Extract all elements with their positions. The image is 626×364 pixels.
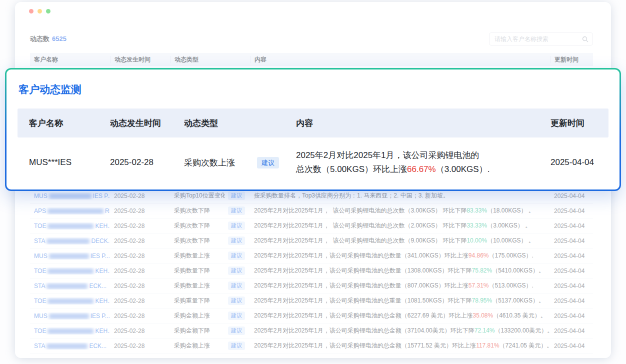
card-content-line2: 总次数（5.00KGS）环比上涨66.67%（3.00KGS）. [296, 162, 544, 176]
customer-name-link[interactable]: STAECK... [34, 282, 106, 290]
event-content: 2025年2月对比2025年1月， 该公司采购锂电池的总次数（9.00KGS） … [250, 236, 550, 245]
content-percent: 83.33% [466, 207, 487, 214]
card-event-type: 采购次数上涨 [184, 157, 235, 168]
maximize-window-icon[interactable] [46, 9, 50, 14]
customer-name-link[interactable]: TOEKEH... [34, 268, 110, 274]
customer-name-link[interactable]: TOEKEH... [34, 298, 110, 304]
table-row[interactable]: STADECK... 2025-02-28 采购次数下降 建议 2025年2月对… [30, 234, 593, 248]
dynamic-count-label: 动态数 [30, 35, 50, 42]
content-percent: 78.95% [472, 297, 492, 304]
content-text: 2025年2月对比2025年1月， 该公司采购锂电池的总次数（9.00KGS） … [254, 237, 466, 244]
customer-name-prefix: MUS [34, 252, 48, 260]
table-row[interactable]: STAECK... 2025-02-28 采购数量上涨 建议 2025年2月对比… [30, 278, 593, 294]
table-row[interactable]: TOEKEH... 2025-02-28 采购次数下降 建议 2025年2月对比… [30, 218, 593, 234]
content-text-after: （18.00KGS） 。 [487, 207, 534, 214]
content-text: 2025年2月对比2025年1月，该公司采购锂电池的总重量（1081.50KGS… [254, 297, 472, 304]
minimize-window-icon[interactable] [38, 9, 42, 14]
content-percent: 57.31% [468, 282, 489, 289]
content-text: 按采购数量排名，Top3供应商分别为：1. 马来西亚；2. 中国；3. 新加坡。 [254, 192, 449, 199]
suggestion-badge: 建议 [228, 236, 245, 245]
table-row[interactable]: APSRIVAT... 2025-02-28 采购次数下降 建议 2025年2月… [30, 204, 593, 218]
customer-name-suffix: IES P... [90, 252, 110, 260]
suggestion-badge: 建议 [228, 296, 245, 305]
event-content: 2025年2月对比2025年1月，该公司采购锂电池的总金额（37104.00美元… [250, 326, 550, 335]
card-content-before: 总次数（5.00KGS）环比上涨 [296, 164, 407, 174]
suggestion-badge: 建议 [228, 252, 245, 260]
redacted-name-blur [48, 224, 94, 229]
customer-name-prefix: TOE [34, 328, 46, 334]
customer-name-suffix: KEH... [95, 268, 110, 274]
card-col-event-type: 动态类型 [184, 118, 296, 129]
update-date: 2025-04-04 [550, 222, 593, 230]
col-updated-at: 更新时间 [550, 56, 593, 63]
table-row[interactable]: STAECK... 2025-02-28 采购金额上涨 建议 2025年2月对比… [30, 338, 593, 354]
event-content: 2025年2月对比2025年1月， 该公司采购锂电池的总次数（2.00KGS） … [250, 222, 550, 230]
card-update-date: 2025-04-04 [544, 158, 608, 168]
customer-name-link[interactable]: MUSIES P... [34, 312, 110, 320]
customer-name-link[interactable]: APSRIVAT... [34, 208, 110, 214]
customer-search-box[interactable] [489, 32, 593, 46]
card-col-customer-name: 客户名称 [29, 118, 110, 129]
customer-name-link[interactable]: TOEKEH... [34, 328, 110, 334]
event-content: 2025年2月对比2025年1月，该公司采购锂电池的总金额（6227.69 美元… [250, 312, 550, 320]
customer-name-link[interactable]: MUSIES P... [34, 252, 110, 260]
redacted-name-blur [49, 254, 89, 259]
content-text-after: （10.00KGS） 。 [487, 237, 534, 244]
table-row[interactable]: TOEKEH... 2025-02-28 采购金额下降 建议 2025年2月对比… [30, 324, 593, 338]
event-type: 采购数量上涨 [174, 252, 210, 260]
content-text: 2025年2月对比2025年1月，该公司采购锂电池的总金额（15771.52 美… [254, 342, 476, 349]
suggestion-badge: 建议 [228, 312, 245, 320]
card-table-row[interactable]: MUS***IES 2025-02-28 采购次数上涨 建议 2025年2月对比… [18, 138, 608, 188]
content-text: 2025年2月对比2025年1月， 该公司采购锂电池的总次数（2.00KGS） … [254, 222, 466, 229]
customer-name-suffix: IES P... [93, 192, 110, 200]
table-row[interactable]: MUSIES P... 2025-02-28 采购金额上涨 建议 2025年2月… [30, 308, 593, 324]
customer-name-link[interactable]: STAECK... [34, 342, 106, 350]
event-type: 采购次数下降 [174, 206, 210, 215]
customer-name-prefix: STA [34, 282, 45, 290]
redacted-name-blur [48, 298, 94, 304]
col-customer-name: 客户名称 [30, 56, 110, 63]
close-window-icon[interactable] [29, 9, 34, 14]
event-date: 2025-02-28 [110, 238, 170, 244]
customer-name-suffix: DECK... [91, 238, 110, 244]
page-header: 动态数6525 [30, 32, 593, 46]
suggestion-badge: 建议 [228, 342, 245, 350]
table-row[interactable]: TOEKEH... 2025-02-28 采购重量下降 建议 2025年2月对比… [30, 294, 593, 308]
event-content: 2025年2月对比2025年1月，该公司采购锂电池的总重量（1081.50KGS… [250, 296, 550, 305]
update-date: 2025-04-04 [550, 252, 593, 260]
event-content: 2025年2月对比2025年1月，该公司采购锂电池的总数量（1308.00KGS… [250, 266, 550, 275]
suggestion-badge: 建议 [228, 326, 245, 335]
table-row[interactable]: TOEKEH... 2025-02-28 采购数量下降 建议 2025年2月对比… [30, 264, 593, 278]
event-type: 采购次数下降 [174, 222, 210, 230]
suggestion-badge: 建议 [228, 192, 245, 200]
redacted-name-blur [46, 344, 88, 349]
event-type: 采购次数下降 [174, 236, 210, 245]
customer-dynamics-monitor-card: 客户动态监测 客户名称 动态发生时间 动态类型 内容 更新时间 MUS***IE… [5, 68, 621, 191]
card-col-updated-at: 更新时间 [544, 118, 608, 129]
table-header: 客户名称 动态发生时间 动态类型 内容 更新时间 [30, 53, 593, 66]
event-type: 采购金额上涨 [174, 312, 210, 320]
content-percent: 35.08% [472, 312, 493, 319]
update-date: 2025-04-04 [550, 238, 593, 244]
customer-name-link[interactable]: STADECK... [34, 238, 110, 244]
redacted-name-blur [46, 284, 88, 289]
content-percent: 94.86% [468, 252, 489, 259]
suggestion-badge: 建议 [228, 266, 245, 275]
customer-name-prefix: TOE [34, 222, 46, 230]
card-table-header: 客户名称 动态发生时间 动态类型 内容 更新时间 [18, 108, 608, 138]
col-content: 内容 [250, 56, 550, 63]
redacted-name-blur [48, 268, 94, 274]
search-input[interactable] [494, 35, 582, 43]
window-controls [29, 9, 50, 14]
content-percent: 75.82% [472, 267, 492, 274]
customer-name-prefix: MUS [34, 312, 48, 320]
col-event-date: 动态发生时间 [110, 56, 170, 63]
event-type: 采购金额下降 [174, 326, 210, 335]
customer-name-link[interactable]: TOEKEH... [34, 222, 110, 230]
customer-name-link[interactable]: MUSIES P... [34, 192, 110, 200]
table-row[interactable]: MUSIES P... 2025-02-28 采购数量上涨 建议 2025年2月… [30, 248, 593, 264]
event-type: 采购金额上涨 [174, 342, 210, 350]
event-content: 2025年2月对比2025年1月，该公司采购锂电池的总数量（807.00KGS）… [250, 282, 550, 290]
search-icon[interactable] [582, 36, 588, 42]
event-date: 2025-02-28 [110, 298, 170, 304]
